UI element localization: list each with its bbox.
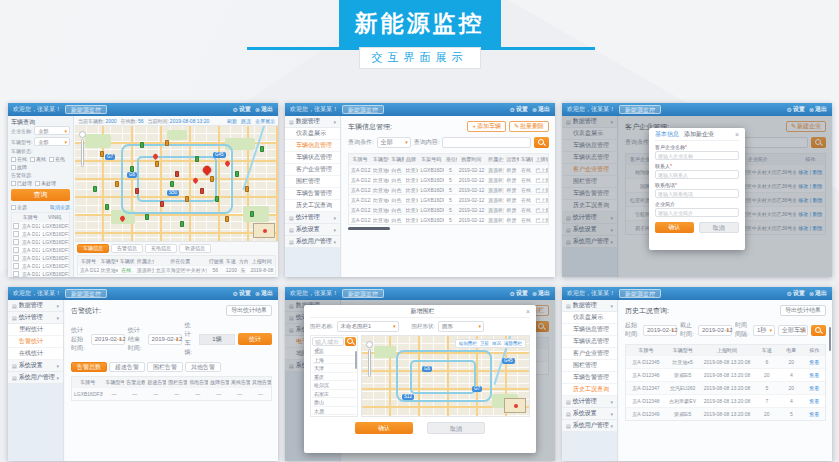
sidebar-item[interactable]: 系统用户管理 (8, 372, 63, 384)
add-vehicle-button[interactable]: +添加车辆 (467, 121, 506, 132)
logout-button[interactable]: ⊗退出 (809, 289, 827, 298)
table-row[interactable]: 京A·D1202LGXB16DF3W13 (12, 229, 69, 237)
app-tab[interactable]: 新能源监控 (342, 105, 384, 114)
sidebar-item[interactable]: 数据管理 (285, 116, 340, 128)
car-icon[interactable] (225, 216, 229, 222)
car-icon[interactable] (215, 196, 219, 202)
car-icon[interactable] (235, 171, 239, 177)
settings-button[interactable]: ⚙设置 (787, 289, 805, 298)
city-search-input[interactable]: 输入城市名 (312, 337, 344, 346)
app-tab[interactable]: 新能源监控 (65, 105, 107, 114)
table-row[interactable]: 京A·D12348比亚迪e5白色比亚迪LGXB16DF3W1552019-02-… (349, 194, 548, 204)
sidebar-item[interactable]: 车辆告警管理 (562, 372, 617, 384)
status-checkbox[interactable]: 故障 (11, 164, 27, 170)
city-item[interactable]: 北京 (311, 347, 357, 356)
sidebar-item[interactable]: 围栏管理 (562, 360, 617, 372)
logout-button[interactable]: ⊗退出 (255, 105, 273, 114)
settings-button[interactable]: ⚙设置 (787, 105, 805, 114)
car-icon[interactable] (140, 142, 144, 148)
type-select[interactable]: 全部 (377, 137, 411, 148)
tab[interactable]: 轨迹信息 (179, 244, 211, 253)
sidebar-item[interactable]: 告警统计 (8, 336, 63, 348)
clear-all-link[interactable]: 取消全选 (50, 204, 70, 210)
sidebar-item[interactable]: 车辆信息管理 (562, 324, 617, 336)
table-row[interactable]: 京A·D12347北汽EU2602019-08-08 13:20:08520查看 (626, 381, 825, 394)
query-button[interactable]: 查询 (11, 189, 70, 201)
car-icon[interactable] (93, 186, 97, 192)
sidebar-item[interactable]: 在线统计 (8, 348, 63, 360)
tab[interactable]: 告警总数 (71, 362, 107, 372)
sidebar-item[interactable]: 历史工况查询 (285, 200, 340, 212)
tab[interactable]: 车辆信息 (77, 244, 109, 253)
car-icon[interactable] (195, 156, 199, 162)
car-icon[interactable] (130, 166, 134, 172)
close-icon[interactable]: × (526, 308, 530, 315)
alarm-checkbox[interactable]: 未处理 (35, 180, 56, 186)
sidebar-item[interactable]: 系统用户管理 (285, 236, 340, 248)
table-row[interactable]: 京A·D12345比亚迪e52019-08-08 13:20:08620查看 (626, 355, 825, 368)
field-input[interactable]: 请输入企业名称 (655, 151, 739, 160)
batch-delete-button[interactable]: ✎批量删除 (509, 121, 549, 132)
start-date-select[interactable]: 2019-02-12 (643, 325, 677, 336)
app-tab[interactable]: 新能源监控 (342, 289, 384, 298)
car-icon[interactable] (180, 221, 184, 227)
filter-select[interactable]: 全部 (34, 126, 70, 135)
fence-name-select[interactable]: 未命名围栏1 (337, 321, 399, 332)
sidebar-item[interactable]: 车辆告警管理 (285, 188, 340, 200)
confirm-button[interactable]: 确认 (655, 222, 694, 233)
city-item[interactable]: 石家庄 (311, 390, 357, 399)
fence-map[interactable]: G6G7S12G45 绘制围栏卫星路况清除围栏 (361, 335, 530, 417)
sidebar-item[interactable]: 围栏管理 (285, 176, 340, 188)
export-button[interactable]: 导出统计结果 (226, 305, 272, 316)
sidebar-item[interactable]: 仪表盘展示 (562, 312, 617, 324)
tab[interactable]: 告警信息 (111, 244, 143, 253)
table-row[interactable]: 京A·D1204LGXB16DF3W15 (12, 245, 69, 253)
minimap[interactable] (504, 398, 526, 413)
table-row[interactable]: 京A·D12350比亚迪e5白色比亚迪LGXB16DF3W1752019-02-… (349, 214, 548, 224)
logout-button[interactable]: ⊗退出 (255, 289, 273, 298)
car-icon[interactable] (260, 146, 264, 152)
settings-button[interactable]: ⚙设置 (510, 289, 528, 298)
table-row[interactable]: 京A·D12349荣威Ei52019-08-08 13:20:08205查看 (626, 407, 825, 420)
map-control-button[interactable]: 路况 (241, 118, 251, 124)
status-checkbox[interactable]: 在线 (11, 156, 27, 162)
field-input[interactable]: 请输入企业简介 (655, 208, 739, 217)
vehicle-select[interactable]: 全部车辆 (778, 325, 808, 336)
tab[interactable]: 充电信息 (145, 244, 177, 253)
sidebar-item[interactable]: 车辆信息管理 (285, 140, 340, 152)
table-row[interactable]: 京A·D1206LGXB16DF3W17 (12, 261, 69, 269)
city-item[interactable]: 唐山 (311, 398, 357, 407)
tab[interactable]: 围栏告警 (147, 362, 183, 372)
map-zoom-control[interactable] (79, 131, 86, 167)
car-icon[interactable] (100, 151, 104, 157)
logout-button[interactable]: ⊗退出 (809, 105, 827, 114)
status-checkbox[interactable]: 充电 (49, 156, 65, 162)
settings-button[interactable]: ⚙设置 (233, 289, 251, 298)
car-icon[interactable] (105, 204, 109, 210)
settings-button[interactable]: ⚙设置 (233, 105, 251, 114)
interval-select[interactable]: 1秒 (753, 325, 775, 336)
field-input[interactable]: 请输入联系人 (655, 170, 739, 179)
city-item[interactable]: 重庆 (311, 373, 357, 382)
sidebar-item[interactable]: 统计管理 (562, 396, 617, 408)
city-item[interactable]: 天津 (311, 364, 357, 373)
app-tab[interactable]: 新能源监控 (619, 105, 661, 114)
table-row[interactable]: 京A·D12348吉利帝豪EV2019-08-08 13:20:0874查看 (626, 394, 825, 407)
table-row[interactable]: 京A·D12346比亚迪e5白色比亚迪LGXB16DF3W1352019-02-… (349, 174, 548, 184)
car-icon[interactable] (200, 188, 204, 194)
alarm-checkbox[interactable]: 已处理 (11, 180, 32, 186)
sidebar-item[interactable]: 客户企业管理 (285, 164, 340, 176)
sidebar-item[interactable]: 车辆状态管理 (562, 336, 617, 348)
page-scrollbar[interactable] (829, 327, 831, 351)
confirm-button[interactable]: 确认 (355, 422, 413, 434)
list-scrollbar[interactable] (355, 351, 357, 369)
car-icon[interactable] (175, 171, 179, 177)
map-control-button[interactable]: 全屏展示 (255, 118, 275, 124)
table-row[interactable]: 京A·D12345比亚迪e5在线遥遥租赁北京市海淀区中关村大街北京科技金融大厦院… (78, 265, 275, 274)
keyword-input[interactable] (442, 137, 531, 148)
car-icon[interactable] (250, 211, 254, 217)
status-checkbox[interactable]: 离线 (30, 156, 46, 162)
city-map[interactable]: G6S50G45G7 (75, 126, 278, 241)
sidebar-item[interactable]: 数据管理 (562, 300, 617, 312)
car-icon[interactable] (185, 196, 189, 202)
